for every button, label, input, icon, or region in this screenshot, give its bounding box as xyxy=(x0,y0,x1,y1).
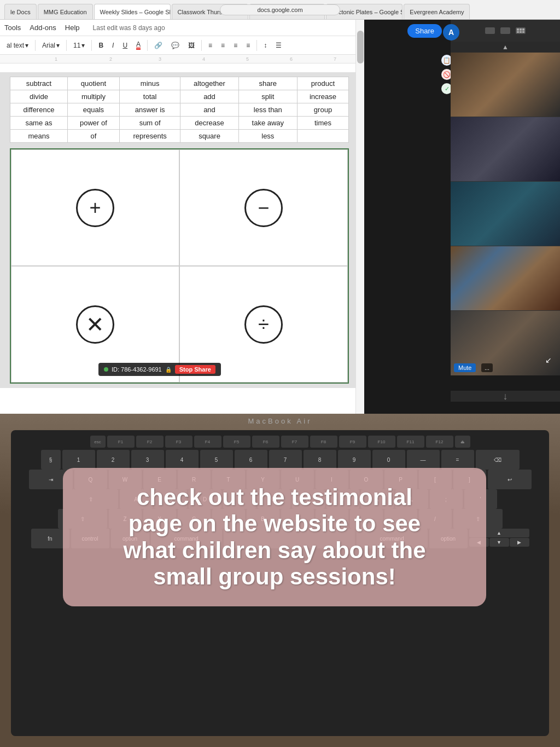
math-cell-minus: − xyxy=(179,149,348,266)
word-table-cell: share xyxy=(238,77,297,90)
key-1[interactable]: 1 xyxy=(62,450,95,470)
video-tile-4 xyxy=(451,246,560,311)
font-selector[interactable]: Arial ▾ xyxy=(39,40,63,50)
mute-button[interactable]: Mute xyxy=(454,363,476,372)
scrollbar-thumb[interactable] xyxy=(357,31,364,63)
word-table-cell: sum of xyxy=(119,117,180,130)
text-type-selector[interactable]: al text ▾ xyxy=(3,40,32,50)
key-f4[interactable]: F4 xyxy=(194,436,221,448)
toolbar-separator-2 xyxy=(66,40,67,51)
word-table-cell: same as xyxy=(10,117,68,130)
word-table-cell: and xyxy=(180,103,238,117)
menu-help[interactable]: Help xyxy=(65,24,80,32)
word-table-cell: equals xyxy=(67,103,119,117)
key-f8[interactable]: F8 xyxy=(310,436,337,448)
scrollbar[interactable] xyxy=(355,20,364,414)
image-button[interactable]: 🖼 xyxy=(185,40,198,50)
key-f12[interactable]: F12 xyxy=(426,436,453,448)
math-cell-plus: + xyxy=(11,149,179,266)
user-avatar[interactable]: A xyxy=(443,24,459,40)
word-table-cell: power of xyxy=(67,117,119,130)
tab-le-docs[interactable]: le Docs xyxy=(4,4,37,19)
key-equals[interactable]: = xyxy=(441,450,474,470)
key-9[interactable]: 9 xyxy=(338,450,371,470)
tab-weekly-slides[interactable]: Weekly Slides – Google Sli... xyxy=(94,4,171,19)
key-3[interactable]: 3 xyxy=(131,450,164,470)
key-f10[interactable]: F10 xyxy=(368,436,395,448)
word-table-cell: represents xyxy=(119,130,180,143)
key-8[interactable]: 8 xyxy=(304,450,336,470)
toolbar-separator-4 xyxy=(147,40,148,51)
video-grid-btn[interactable] xyxy=(516,27,526,34)
word-table: subtractquotientminusaltogethershareprod… xyxy=(10,77,349,143)
plus-symbol: + xyxy=(76,189,114,227)
key-5[interactable]: 5 xyxy=(200,450,233,470)
video-nav-up[interactable]: ▲ xyxy=(451,42,560,53)
key-return[interactable]: ↩ xyxy=(488,470,532,489)
share-button[interactable]: Share xyxy=(407,24,442,38)
more-options-button[interactable]: ... xyxy=(481,363,493,372)
url-bar[interactable]: docs.google.com xyxy=(220,4,340,15)
italic-button[interactable]: I xyxy=(109,40,117,50)
key-f2[interactable]: F2 xyxy=(136,436,164,448)
word-table-cell: total xyxy=(119,90,180,103)
word-table-cell: take away xyxy=(238,117,297,130)
key-down[interactable]: ▼ xyxy=(489,538,509,547)
video-tile-3 xyxy=(451,182,560,246)
testimonial-text: check out the testimonial page on the we… xyxy=(85,484,464,590)
key-backspace[interactable]: ⌫ xyxy=(476,450,520,470)
word-table-cell: add xyxy=(180,90,238,103)
key-f7[interactable]: F7 xyxy=(281,436,308,448)
menu-tools[interactable]: Tools xyxy=(4,24,21,32)
stop-share-button[interactable]: Stop Share xyxy=(175,365,215,374)
fn-key-row: esc F1 F2 F3 F4 F5 F6 F7 F8 F9 F10 F11 F… xyxy=(16,436,544,448)
video-maximize-btn[interactable] xyxy=(500,27,510,34)
word-table-cell: times xyxy=(297,117,348,130)
bold-button[interactable]: B xyxy=(95,40,107,50)
underline-button[interactable]: U xyxy=(119,40,131,50)
key-esc[interactable]: esc xyxy=(90,436,106,448)
cursor-indicator: ↙ xyxy=(545,356,552,364)
key-6[interactable]: 6 xyxy=(235,450,267,470)
word-table-cell: altogether xyxy=(180,77,238,90)
key-f3[interactable]: F3 xyxy=(165,436,192,448)
tab-mmg[interactable]: MMG Education xyxy=(38,4,93,19)
browser-chrome: le Docs MMG Education Weekly Slides – Go… xyxy=(0,0,560,20)
word-table-cell: quotient xyxy=(67,77,119,90)
align-left-button[interactable]: ≡ xyxy=(205,40,215,50)
menu-addons[interactable]: Add-ons xyxy=(30,24,56,32)
font-size-selector[interactable]: 11 ▾ xyxy=(70,40,88,50)
line-spacing-button[interactable]: ↕ xyxy=(260,40,270,50)
menu-bar: Tools Add-ons Help Last edit was 8 days … xyxy=(0,20,355,36)
key-2[interactable]: 2 xyxy=(97,450,130,470)
key-f1[interactable]: F1 xyxy=(107,436,135,448)
key-power[interactable]: ⏏ xyxy=(455,436,470,448)
ruler: 1 2 3 4 5 6 7 xyxy=(0,55,355,63)
align-right-button[interactable]: ≡ xyxy=(230,40,241,50)
key-right[interactable]: ▶ xyxy=(510,538,529,547)
key-4[interactable]: 4 xyxy=(166,450,199,470)
word-table-cell: multiply xyxy=(67,90,119,103)
video-nav-down[interactable]: ↓ xyxy=(451,391,560,402)
toolbar-separator-1 xyxy=(35,40,36,51)
key-f11[interactable]: F11 xyxy=(397,436,424,448)
key-f5[interactable]: F5 xyxy=(223,436,250,448)
key-f6[interactable]: F6 xyxy=(252,436,279,448)
key-0[interactable]: 0 xyxy=(372,450,405,470)
share-active-indicator xyxy=(104,367,108,372)
key-f9[interactable]: F9 xyxy=(339,436,366,448)
tab-evergreen[interactable]: Evergreen Academy xyxy=(404,4,470,19)
align-center-button[interactable]: ≡ xyxy=(218,40,228,50)
list-button[interactable]: ☰ xyxy=(272,40,285,50)
video-tile-2 xyxy=(451,117,560,182)
link-button[interactable]: 🔗 xyxy=(151,40,166,50)
video-minimize-btn[interactable] xyxy=(485,27,495,34)
word-table-cell: subtract xyxy=(10,77,68,90)
font-color-button[interactable]: A xyxy=(133,39,144,51)
key-7[interactable]: 7 xyxy=(269,450,302,470)
align-justify-button[interactable]: ≡ xyxy=(243,40,253,50)
key-dash[interactable]: — xyxy=(407,450,440,470)
key-backtick[interactable]: § xyxy=(41,450,61,470)
comment-button[interactable]: 💬 xyxy=(168,40,183,50)
word-table-cell: product xyxy=(297,77,348,90)
